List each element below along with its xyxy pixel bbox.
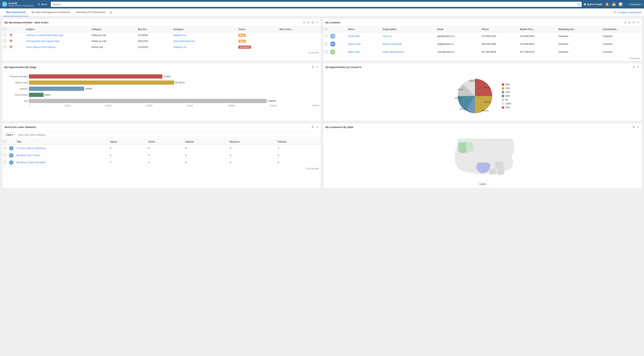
xaxis-600k: 600000 (146, 105, 152, 107)
pie-label-80: 80% (4) (484, 101, 491, 103)
legend-item-25: 25% (502, 87, 511, 90)
subject-link[interactable]: Call to Discuss Price Options (26, 46, 56, 48)
bar-val-final: 60000 (44, 94, 50, 96)
add-button-q4[interactable]: ⊕ (632, 65, 635, 69)
bar-label-revision: Revision (3, 88, 28, 90)
tab-marketing-dashboard[interactable]: Marketing ROI Dashboard (73, 8, 108, 16)
refresh-button-q4[interactable]: ↺ (636, 65, 640, 69)
bar-val-revision: 250000 (85, 88, 92, 90)
refresh-button-activities[interactable]: ↺ (316, 20, 318, 24)
refresh-button-opps[interactable]: ↺ (316, 65, 318, 69)
state-michigan (495, 148, 504, 155)
col-clicks: Clicks (147, 139, 184, 145)
subject-link[interactable]: Call regarding new support ideas (26, 40, 60, 42)
widget-title-activities: My Upcoming Activities - Next Action (4, 21, 301, 24)
contact-org-link[interactable]: Dyana's Diamonds (383, 43, 402, 45)
config-button-form[interactable]: ⚙ (311, 125, 314, 129)
map-legend: Legend (477, 182, 488, 186)
legend-item-75: 75% (502, 106, 511, 109)
refresh-button-state[interactable]: ↺ (636, 125, 640, 129)
add-button-activities[interactable]: ⊕ (307, 20, 310, 24)
state-kansas (478, 155, 488, 163)
subject-link[interactable]: Call Jack if contract hasn't been sign (26, 34, 63, 37)
company-cell: Stapleton Inc. (172, 44, 237, 50)
form-title-link[interactable]: Workflow: New Tickets (16, 154, 40, 157)
calendar-icon[interactable]: 📅 (612, 2, 616, 6)
row-checkbox[interactable] (4, 40, 6, 42)
bar-label-initial: Initial Contact (3, 81, 28, 84)
tabs-bar: Main Dashboard My Sales Management Dashb… (0, 8, 644, 16)
user-icon: 👤 (626, 3, 628, 6)
table-row: 📅 Call Jack if contract hasn't been sign… (2, 32, 321, 38)
col-bounces: Bounces (228, 139, 276, 145)
row-checkbox[interactable] (325, 50, 327, 53)
contact-name-link[interactable]: Myles Clark (348, 51, 360, 53)
search-input[interactable] (51, 2, 582, 7)
row-checkbox[interactable] (4, 147, 6, 149)
tab-sales-dashboard[interactable]: My Sales Management Dashboard (28, 8, 73, 16)
notifications-icon[interactable]: 🔔 (605, 2, 609, 6)
row-checkbox[interactable] (4, 154, 6, 156)
refresh-button-form[interactable]: ↺ (316, 125, 318, 129)
config-button-activities[interactable]: ⚙ (311, 20, 314, 24)
refresh-button-contacts[interactable]: ↺ (636, 20, 640, 24)
company-link[interactable]: Stapleton Inc. (173, 34, 187, 37)
row-checkbox[interactable] (325, 35, 327, 37)
contact-name-link[interactable]: Dyana Clark (348, 43, 360, 45)
select-all-checkbox[interactable] (4, 28, 6, 30)
form-title-link[interactable]: TA Form Letter for Marketing (16, 147, 46, 150)
filter-input[interactable] (16, 133, 319, 137)
col-next-action: Next Actio... (278, 26, 321, 32)
row-checkbox[interactable] (4, 34, 6, 36)
contact-name-link[interactable]: Jacob Allen (348, 35, 360, 37)
tab-main-dashboard[interactable]: Main Dashboard (3, 8, 28, 16)
menu-button[interactable]: ☰ Menu (36, 2, 49, 6)
company-link[interactable]: Calvin Manufacturers (173, 40, 195, 42)
add-tab-button[interactable]: ⊕ (108, 9, 114, 16)
logo-text: CLEAR (8, 2, 34, 5)
col-name: Name (346, 26, 381, 32)
row-checkbox[interactable] (325, 42, 327, 45)
legend-dot-100 (502, 103, 504, 105)
select-all-contacts-checkbox[interactable] (325, 28, 327, 30)
col-failures: Failures (276, 139, 321, 145)
xaxis-400k: 400000 (105, 105, 112, 107)
user-menu-button[interactable]: 👤 Chantaye ▾ (626, 3, 642, 6)
search-icon: 🔍 (577, 3, 580, 6)
add-button-opps[interactable]: ⊕ (311, 65, 314, 69)
config-button-contacts[interactable]: ⚙ (632, 20, 635, 24)
xaxis-1m: 1000000 (228, 105, 235, 107)
state-tennessee (496, 162, 504, 169)
customers-by-state-widget: My Customers By State ⊕ ↺ (323, 123, 642, 188)
form-title-cell: Workflow: New Tickets (15, 152, 108, 159)
contact-org-link[interactable]: Calvin Manufacturers (383, 51, 404, 53)
table-row: MC Myles Clark Calvin Manufacturers myle… (323, 48, 642, 56)
legend-item-90: 90 (502, 98, 511, 101)
add-button-state[interactable]: ⊕ (632, 125, 635, 129)
quick-create-button[interactable]: ⊕ Quick Create (584, 2, 602, 6)
widget-actions-state: ⊕ ↺ (632, 125, 640, 129)
select-all-form-checkbox[interactable] (4, 140, 6, 143)
add-button-contacts[interactable]: ⊕ (628, 20, 631, 24)
reports-icon[interactable]: 📊 (619, 2, 622, 6)
configure-dashboard-button[interactable]: 🔧 Configure Dashboard (614, 11, 641, 14)
table-row: 📅 Call regarding new support ideas Follo… (2, 38, 321, 44)
company-link[interactable]: Stapleton Inc. (173, 46, 187, 48)
clear-filter-button[interactable]: Clear ▾ (4, 133, 15, 137)
due-date-cell: 01/23/201 (136, 32, 172, 38)
legend-item-80: 80% (502, 83, 511, 86)
form-letter-table-body: ➤ TA Form Letter for Marketing 0 0 0 0 1… (2, 145, 321, 166)
row-checkbox[interactable] (4, 46, 6, 48)
bar-val-initial: 661786.01 (175, 81, 185, 84)
avatar: MC (330, 49, 335, 54)
contact-org-link[interactable]: Clear C2 (383, 35, 392, 37)
form-title-link[interactable]: Workflow: Credit Hold Notific (16, 161, 46, 164)
legend-item-10: 10% (502, 91, 511, 94)
row-checkbox[interactable] (4, 161, 6, 164)
company-cell: Calvin Manufacturers (172, 38, 237, 44)
filter-button-activities[interactable]: ⬇ (302, 20, 306, 24)
bar-label-final: Final Contract (3, 94, 28, 96)
filter-button-contacts[interactable]: ⬇ (624, 20, 627, 24)
legend-label-10: 10% (505, 91, 510, 94)
bar-revision (29, 87, 84, 91)
